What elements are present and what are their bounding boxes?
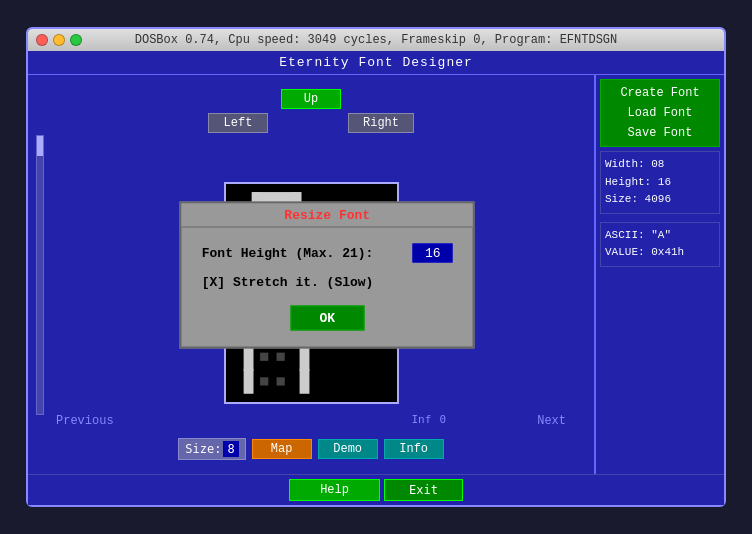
height-info: Height: 16 bbox=[605, 174, 715, 192]
traffic-lights bbox=[36, 34, 82, 46]
font-height-row: Font Height (Max. 21): bbox=[202, 243, 453, 262]
modal-title: Resize Font bbox=[182, 203, 473, 227]
minimize-button[interactable] bbox=[53, 34, 65, 46]
width-info: Width: 08 bbox=[605, 156, 715, 174]
next-button[interactable]: Next bbox=[537, 414, 566, 428]
app-title: Eternity Font Designer bbox=[28, 51, 724, 75]
up-button[interactable]: Up bbox=[281, 89, 341, 109]
demo-button[interactable]: Demo bbox=[318, 439, 378, 459]
stretch-row: [X] Stretch it. (Slow) bbox=[202, 274, 453, 289]
value-label: VALUE: 0x41h bbox=[605, 244, 715, 262]
info-button[interactable]: Info bbox=[384, 439, 444, 459]
svg-rect-22 bbox=[260, 377, 268, 385]
size-label: Size: bbox=[185, 442, 221, 456]
ascii-label: ASCII: "A" bbox=[605, 227, 715, 245]
resize-font-modal: Resize Font Font Height (Max. 21): [X] S… bbox=[180, 201, 475, 348]
help-button[interactable]: Help bbox=[289, 479, 380, 501]
previous-button[interactable]: Previous bbox=[56, 414, 114, 428]
map-button[interactable]: Map bbox=[252, 439, 312, 459]
font-height-label: Font Height (Max. 21): bbox=[202, 245, 413, 260]
font-actions: Create Font Load Font Save Font bbox=[600, 79, 720, 147]
create-font-button[interactable]: Create Font bbox=[605, 84, 715, 102]
title-bar: DOSBox 0.74, Cpu speed: 3049 cycles, Fra… bbox=[28, 29, 724, 51]
left-button[interactable]: Left bbox=[208, 113, 268, 133]
svg-rect-10 bbox=[243, 369, 253, 394]
size-info: Size: 4096 bbox=[605, 191, 715, 209]
ok-row: OK bbox=[202, 305, 453, 330]
svg-rect-11 bbox=[299, 369, 309, 394]
ok-button[interactable]: OK bbox=[290, 305, 364, 330]
inf-label: Inf bbox=[412, 413, 432, 426]
load-font-button[interactable]: Load Font bbox=[605, 104, 715, 122]
right-panel: Create Font Load Font Save Font Width: 0… bbox=[594, 75, 724, 474]
svg-rect-20 bbox=[260, 353, 268, 361]
close-button[interactable] bbox=[36, 34, 48, 46]
exit-button[interactable]: Exit bbox=[384, 479, 463, 501]
ascii-info: ASCII: "A" VALUE: 0x41h bbox=[600, 222, 720, 267]
svg-rect-23 bbox=[276, 377, 284, 385]
right-button[interactable]: Right bbox=[348, 113, 414, 133]
maximize-button[interactable] bbox=[70, 34, 82, 46]
font-info: Width: 08 Height: 16 Size: 4096 bbox=[600, 151, 720, 214]
window-title: DOSBox 0.74, Cpu speed: 3049 cycles, Fra… bbox=[135, 33, 617, 47]
stretch-label: [X] Stretch it. (Slow) bbox=[202, 274, 374, 289]
zero-label: 0 bbox=[439, 413, 446, 426]
bottom-toolbar: Size: 8 Map Demo Info bbox=[178, 432, 443, 466]
size-value[interactable]: 8 bbox=[223, 441, 238, 457]
svg-rect-21 bbox=[276, 353, 284, 361]
scroll-thumb[interactable] bbox=[37, 136, 43, 156]
save-font-button[interactable]: Save Font bbox=[605, 124, 715, 142]
font-height-input[interactable] bbox=[413, 243, 453, 262]
scrollbar[interactable] bbox=[36, 135, 44, 415]
modal-body: Font Height (Max. 21): [X] Stretch it. (… bbox=[182, 227, 473, 346]
